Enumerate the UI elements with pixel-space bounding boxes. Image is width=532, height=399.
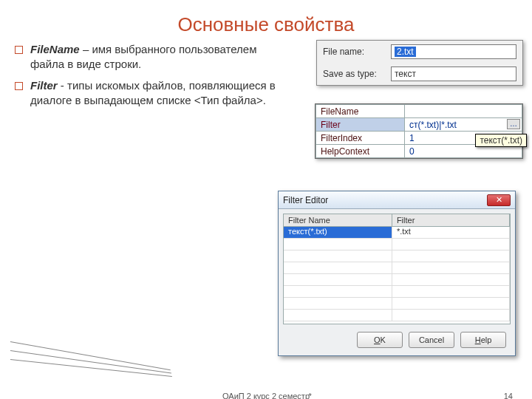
savetype-combobox[interactable]: текст (391, 66, 516, 81)
grid-cell-name[interactable]: текст(*.txt) (284, 227, 392, 238)
ok-button[interactable]: OK (357, 332, 403, 348)
cancel-button[interactable]: Cancel (409, 332, 454, 348)
bullet-filename: FileName – имя выбранного пользователем … (15, 42, 281, 72)
close-button[interactable]: ✕ (487, 194, 511, 206)
bullet-list: FileName – имя выбранного пользователем … (15, 42, 281, 108)
table-row[interactable]: FileName (316, 105, 522, 118)
filename-input[interactable]: 2.txt (391, 44, 516, 59)
tooltip: текст(*.txt) (475, 134, 527, 147)
filter-editor-window: Filter Editor ✕ Filter Name Filter текст… (278, 191, 516, 356)
slide-title: Основные свойства (0, 13, 532, 36)
savetype-label: Save as type: (323, 69, 391, 79)
prop-name: HelpContext (316, 145, 405, 158)
filename-value: 2.txt (395, 47, 416, 57)
prop-name: FileName (316, 105, 405, 118)
bullet-filter: Filter - типы искомых файлов, появляющие… (15, 78, 281, 109)
table-row[interactable]: Filter ст(*.txt)|*.txt … (316, 118, 522, 132)
help-button[interactable]: Help (460, 332, 506, 348)
footer-text: ОАиП 2 курс 2 семестр (222, 392, 310, 399)
desc-filter: - типы искомых файлов, появляющиеся в ди… (30, 79, 276, 106)
col-header-filter: Filter (392, 214, 510, 226)
filename-label: File name: (323, 47, 391, 57)
object-inspector-fragment: FileName Filter ст(*.txt)|*.txt … Filter… (315, 103, 523, 159)
decorative-lines (10, 338, 173, 372)
ellipsis-button[interactable]: … (507, 119, 520, 129)
col-header-name: Filter Name (284, 214, 392, 226)
save-dialog-fragment: File name: 2.txt Save as type: текст (316, 40, 523, 86)
term-filename: FileName (30, 43, 80, 55)
prop-value[interactable] (405, 105, 522, 118)
window-title: Filter Editor (283, 195, 328, 205)
prop-value[interactable]: ст(*.txt)|*.txt … (405, 118, 522, 132)
grid-cell-filter[interactable]: *.txt (392, 227, 510, 238)
term-filter: Filter (30, 79, 58, 92)
savetype-value: текст (395, 69, 416, 79)
prop-name: Filter (316, 118, 405, 132)
page-number: 14 (504, 392, 513, 399)
filter-grid[interactable]: Filter Name Filter текст(*.txt) *.txt (283, 214, 511, 324)
prop-name: FilterIndex (316, 132, 405, 145)
footer-star: * (309, 392, 312, 399)
